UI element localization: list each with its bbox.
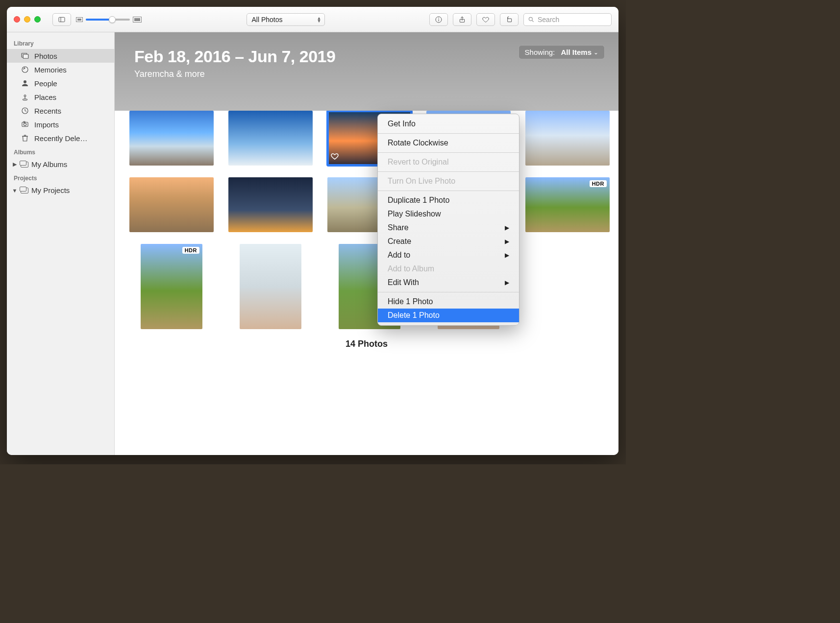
sidebar-item-label: My Albums (31, 160, 67, 168)
submenu-arrow-icon: ▶ (505, 279, 509, 286)
favorite-button[interactable] (476, 13, 495, 26)
places-icon (21, 93, 29, 101)
sidebar-item-imports[interactable]: Imports (7, 118, 114, 131)
svg-rect-6 (508, 19, 512, 22)
menu-item-label: Edit With (388, 278, 419, 287)
menu-item-turn-on-live-photo: Turn On Live Photo (378, 174, 519, 188)
hdr-badge: HDR (182, 247, 199, 254)
hdr-badge: HDR (590, 180, 607, 187)
menu-item-hide-1-photo[interactable]: Hide 1 Photo (378, 295, 519, 309)
photos-app-window: All Photos ▲▼ Search LibraryPhotosMemori… (7, 7, 618, 455)
sidebar-icon (58, 16, 66, 24)
menu-item-label: Revert to Original (388, 158, 449, 167)
menu-item-play-slideshow[interactable]: Play Slideshow (378, 207, 519, 221)
context-menu[interactable]: Get InfoRotate ClockwiseRevert to Origin… (377, 114, 519, 326)
svg-point-11 (22, 67, 28, 72)
submenu-arrow-icon: ▶ (505, 224, 509, 231)
recently-deleted-icon (21, 134, 29, 143)
submenu-arrow-icon: ▶ (505, 238, 509, 245)
menu-item-label: Share (388, 223, 409, 232)
people-icon (21, 79, 29, 88)
menu-item-rotate-clockwise[interactable]: Rotate Clockwise (378, 136, 519, 150)
menu-item-label: Create (388, 237, 411, 246)
rotate-button[interactable] (500, 13, 519, 26)
showing-filter-button[interactable]: Showing: All Items ⌄ (519, 45, 605, 59)
share-icon (458, 16, 466, 24)
recents-icon (21, 106, 29, 115)
photo-thumbnail[interactable] (129, 177, 214, 232)
svg-point-18 (24, 123, 26, 125)
imports-icon (21, 120, 29, 129)
sidebar-section-projects: Projects (7, 171, 114, 184)
menu-item-duplicate-1-photo[interactable]: Duplicate 1 Photo (378, 193, 519, 207)
sidebar-item-label: Recents (34, 107, 61, 115)
menu-separator (378, 292, 519, 292)
menu-item-label: Duplicate 1 Photo (388, 196, 449, 205)
photo-grid: HDRHDR (129, 111, 604, 329)
menu-item-add-to[interactable]: Add to▶ (378, 248, 519, 262)
photo-grid-scroll[interactable]: HDRHDR 14 Photos (115, 111, 618, 455)
sidebar-item-my-projects[interactable]: ▼My Projects (7, 184, 114, 197)
info-button[interactable] (429, 13, 448, 26)
sidebar-item-memories[interactable]: Memories (7, 63, 114, 76)
menu-separator (378, 171, 519, 172)
zoom-control[interactable] (76, 17, 142, 23)
sidebar-item-my-albums[interactable]: ▶My Albums (7, 158, 114, 171)
menu-item-label: Delete 1 Photo (388, 311, 440, 320)
stepper-icon: ▲▼ (317, 17, 321, 23)
menu-item-get-info[interactable]: Get Info (378, 117, 519, 131)
menu-item-label: Get Info (388, 120, 416, 128)
menu-item-label: Hide 1 Photo (388, 297, 433, 306)
menu-item-label: Rotate Clockwise (388, 139, 448, 147)
sidebar-item-label: My Projects (31, 186, 70, 194)
close-button[interactable] (14, 16, 20, 23)
submenu-arrow-icon: ▶ (505, 252, 509, 259)
sidebar-item-recents[interactable]: Recents (7, 104, 114, 118)
search-field[interactable]: Search (523, 13, 612, 26)
photo-thumbnail[interactable] (228, 111, 313, 166)
sidebar-section-library: Library (7, 36, 114, 49)
window-controls (14, 16, 41, 23)
disclosure-arrow-icon[interactable]: ▶ (12, 161, 18, 168)
menu-separator (378, 152, 519, 153)
showing-label: Showing: (525, 48, 555, 56)
menu-item-label: Add to Album (388, 264, 434, 273)
svg-point-4 (439, 18, 439, 18)
sidebar-item-photos[interactable]: Photos (7, 49, 114, 63)
titlebar: All Photos ▲▼ Search (7, 7, 618, 32)
zoom-out-icon (76, 17, 83, 22)
info-icon (435, 16, 443, 24)
sidebar-item-places[interactable]: Places (7, 90, 114, 104)
menu-item-edit-with[interactable]: Edit With▶ (378, 276, 519, 289)
fullscreen-button[interactable] (34, 16, 41, 23)
menu-item-add-to-album: Add to Album (378, 262, 519, 276)
share-button[interactable] (453, 13, 471, 26)
sidebar-toggle-button[interactable] (52, 13, 71, 26)
svg-rect-10 (23, 54, 28, 58)
sidebar-item-label: Recently Dele… (34, 134, 87, 143)
disclosure-arrow-icon[interactable]: ▼ (12, 188, 18, 193)
svg-point-13 (24, 95, 26, 97)
photo-thumbnail[interactable] (228, 177, 313, 232)
photo-thumbnail[interactable]: HDR (141, 244, 202, 329)
collection-header: Feb 18, 2016 – Jun 7, 2019 Yaremcha & mo… (115, 32, 618, 111)
photo-thumbnail[interactable] (240, 244, 301, 329)
menu-separator (378, 191, 519, 191)
minimize-button[interactable] (24, 16, 30, 23)
photo-thumbnail[interactable] (525, 111, 610, 166)
view-selector[interactable]: All Photos ▲▼ (247, 13, 325, 26)
location-subtitle: Yaremcha & more (134, 69, 599, 79)
favorite-heart-icon (330, 152, 339, 163)
rotate-icon (505, 16, 513, 24)
photo-thumbnail[interactable]: HDR (525, 177, 610, 232)
menu-item-share[interactable]: Share▶ (378, 221, 519, 235)
showing-value: All Items (561, 48, 592, 56)
menu-item-delete-1-photo[interactable]: Delete 1 Photo (378, 309, 519, 322)
photo-thumbnail[interactable] (129, 111, 214, 166)
menu-item-create[interactable]: Create▶ (378, 235, 519, 248)
search-icon (528, 16, 535, 23)
sidebar-item-recently-deleted[interactable]: Recently Dele… (7, 131, 114, 145)
zoom-slider[interactable] (86, 19, 130, 21)
svg-point-12 (24, 80, 26, 83)
sidebar-item-people[interactable]: People (7, 76, 114, 90)
